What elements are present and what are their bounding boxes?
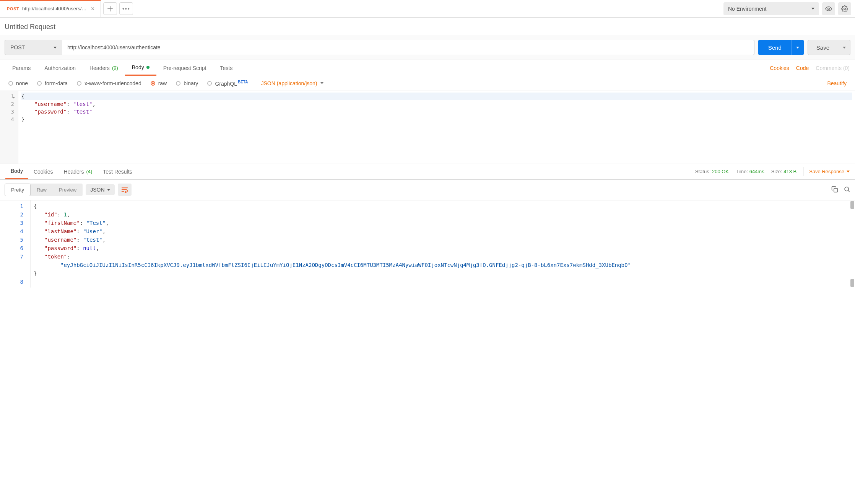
response-toolbar-right <box>831 186 850 194</box>
ellipsis-icon: ••• <box>122 6 130 12</box>
tabs-region: POST http://localhost:4000/users/a... × … <box>0 0 720 17</box>
environment-quicklook-button[interactable] <box>822 2 835 15</box>
search-button[interactable] <box>844 186 850 194</box>
tab-params[interactable]: Params <box>5 60 37 76</box>
response-headers-count: (4) <box>86 169 92 174</box>
tab-overflow-button[interactable]: ••• <box>119 2 133 15</box>
body-mode-none[interactable]: none <box>8 80 28 86</box>
status-value: 200 OK <box>712 169 729 174</box>
body-mode-xwww[interactable]: x-www-form-urlencoded <box>77 80 141 86</box>
tab-tests[interactable]: Tests <box>213 60 240 76</box>
save-button-group: Save <box>808 40 850 55</box>
response-tab-body[interactable]: Body <box>5 164 28 179</box>
body-mode-raw[interactable]: raw <box>151 80 167 86</box>
chevron-down-icon <box>107 189 110 191</box>
scrollbar-thumb[interactable] <box>850 201 854 209</box>
view-raw[interactable]: Raw <box>31 184 53 196</box>
beta-badge: BETA <box>238 80 248 84</box>
response-code[interactable]: { "id": 1, "firstName": "Test", "lastNam… <box>31 200 855 288</box>
request-tabs-right: Cookies Code Comments (0) <box>770 65 850 71</box>
search-icon <box>844 186 850 193</box>
close-icon[interactable]: × <box>90 5 95 13</box>
body-mode-formdata[interactable]: form-data <box>37 80 68 86</box>
size-label: Size: 413 B <box>771 169 797 174</box>
comments-link[interactable]: Comments (0) <box>816 65 850 71</box>
time-label: Time: 644ms <box>736 169 764 174</box>
response-tab-headers[interactable]: Headers (4) <box>59 164 98 179</box>
tab-body[interactable]: Body <box>125 60 156 76</box>
top-strip: POST http://localhost:4000/users/a... × … <box>0 0 855 18</box>
request-tab[interactable]: POST http://localhost:4000/users/a... × <box>0 0 101 17</box>
tab-headers-label: Headers <box>89 65 110 71</box>
response-meta: Status: 200 OK Time: 644ms Size: 413 B S… <box>695 167 850 176</box>
body-mode-graphql[interactable]: GraphQLBETA <box>207 80 248 87</box>
copy-icon <box>831 186 838 193</box>
wrap-lines-button[interactable] <box>118 184 132 196</box>
chevron-down-icon <box>796 47 799 49</box>
response-tab-cookies[interactable]: Cookies <box>28 164 59 179</box>
size-value: 413 B <box>783 169 796 174</box>
send-button[interactable]: Send <box>758 40 792 55</box>
svg-point-1 <box>844 8 846 10</box>
chevron-down-icon <box>320 82 323 84</box>
tab-authorization[interactable]: Authorization <box>37 60 83 76</box>
http-method-selector[interactable]: POST <box>5 40 62 55</box>
content-type-selector[interactable]: JSON (application/json) <box>261 80 323 86</box>
response-format-selector[interactable]: JSON <box>86 184 114 195</box>
response-toolbar: Pretty Raw Preview JSON <box>0 180 855 200</box>
view-pretty[interactable]: Pretty <box>5 184 31 196</box>
svg-point-3 <box>845 187 849 191</box>
save-dropdown-button[interactable] <box>838 40 850 55</box>
cookies-link[interactable]: Cookies <box>770 65 789 71</box>
chevron-down-icon <box>847 171 850 172</box>
gear-icon <box>841 5 848 12</box>
save-button[interactable]: Save <box>808 40 838 55</box>
tab-body-label: Body <box>132 64 144 70</box>
new-tab-button[interactable] <box>103 2 117 15</box>
tab-title: http://localhost:4000/users/a... <box>22 6 87 11</box>
request-title[interactable]: Untitled Request <box>5 23 55 31</box>
copy-button[interactable] <box>831 186 838 194</box>
top-right-controls: No Environment <box>720 2 855 15</box>
request-body-editor[interactable]: 1▼ 2 3 4 { "username": "test", "password… <box>0 91 855 164</box>
chevron-down-icon <box>54 47 57 49</box>
response-view-segment: Pretty Raw Preview <box>5 184 83 196</box>
wrap-icon <box>121 187 128 193</box>
response-tab-testresults[interactable]: Test Results <box>98 164 137 179</box>
response-body-editor[interactable]: 1234 567 8 { "id": 1, "firstName": "Test… <box>0 200 855 288</box>
send-dropdown-button[interactable] <box>792 40 804 55</box>
status-label: Status: 200 OK <box>695 169 729 174</box>
save-response-button[interactable]: Save Response <box>803 167 850 176</box>
headers-count-badge: (9) <box>112 65 118 71</box>
body-mode-binary[interactable]: binary <box>176 80 198 86</box>
editor-code[interactable]: { "username": "test", "password": "test"… <box>18 91 855 164</box>
beautify-button[interactable]: Beautify <box>827 80 847 86</box>
environment-label: No Environment <box>728 6 766 12</box>
view-preview[interactable]: Preview <box>53 184 83 196</box>
url-row: POST Send Save <box>0 35 855 60</box>
dot-indicator-icon <box>146 66 150 69</box>
editor-gutter: 1▼ 2 3 4 <box>0 91 18 164</box>
http-method-label: POST <box>10 44 25 50</box>
content-type-label: JSON (application/json) <box>261 80 317 86</box>
tab-method-badge: POST <box>7 7 19 11</box>
svg-rect-2 <box>834 188 838 192</box>
svg-point-0 <box>828 8 830 10</box>
plus-icon <box>107 6 113 11</box>
request-title-row: Untitled Request <box>0 18 855 35</box>
response-tabs: Body Cookies Headers (4) Test Results <box>5 164 138 179</box>
chevron-down-icon <box>843 47 846 49</box>
tab-prerequest[interactable]: Pre-request Script <box>156 60 213 76</box>
request-tabs: Params Authorization Headers (9) Body Pr… <box>0 60 855 76</box>
tab-headers[interactable]: Headers (9) <box>83 60 125 76</box>
response-gutter: 1234 567 8 <box>0 200 31 288</box>
body-mode-row: none form-data x-www-form-urlencoded raw… <box>0 76 855 91</box>
time-value: 644ms <box>749 169 764 174</box>
environment-selector[interactable]: No Environment <box>723 2 819 15</box>
settings-button[interactable] <box>838 2 851 15</box>
scrollbar-thumb[interactable] <box>850 279 854 287</box>
response-header: Body Cookies Headers (4) Test Results St… <box>0 164 855 180</box>
url-input[interactable] <box>62 40 754 55</box>
code-link[interactable]: Code <box>796 65 809 71</box>
eye-icon <box>825 5 832 12</box>
